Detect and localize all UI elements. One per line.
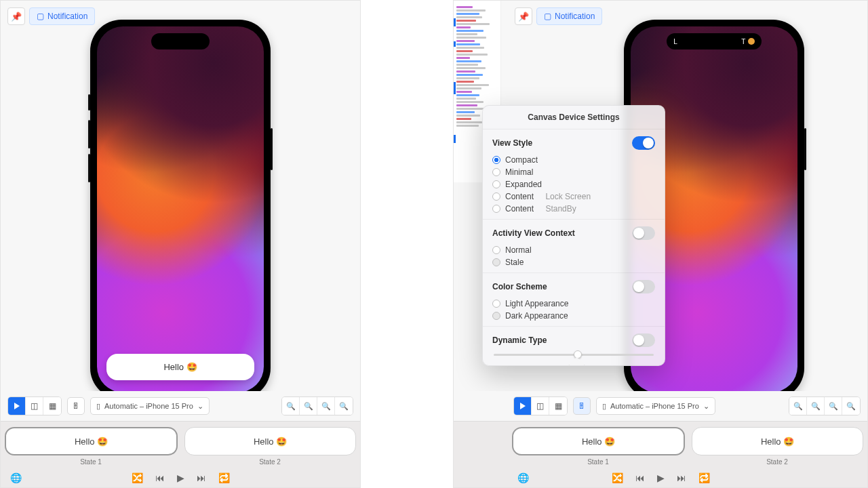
device-selector[interactable]: ▯ Automatic – iPhone 15 Pro ⌄ bbox=[90, 397, 210, 415]
sliders-icon: 🎚 bbox=[578, 401, 586, 411]
radio-icon bbox=[492, 192, 500, 201]
cursor-icon: ◫ bbox=[536, 401, 544, 411]
device-settings-button[interactable]: 🎚 bbox=[573, 397, 591, 415]
popover-title: Canvas Device Settings bbox=[483, 106, 665, 129]
zoom-out-icon: 🔍 bbox=[793, 402, 803, 411]
zoom-out-icon: 🔍 bbox=[286, 402, 296, 411]
loop-button[interactable]: 🔁 bbox=[698, 472, 710, 483]
zoom-fit-icon: 🔍 bbox=[846, 402, 856, 411]
view-style-toggle[interactable] bbox=[632, 136, 655, 150]
color-scheme-toggle[interactable] bbox=[632, 280, 655, 293]
play-button[interactable]: ▶ bbox=[657, 472, 665, 483]
selectable-button[interactable]: ◫ bbox=[26, 397, 43, 415]
radio-icon bbox=[492, 258, 500, 266]
next-button[interactable]: ⏭ bbox=[677, 472, 686, 483]
zoom-in-button[interactable]: 🔍 bbox=[825, 397, 842, 415]
pin-button[interactable]: 📌 bbox=[7, 7, 25, 25]
radio-content-lock[interactable]: Content Lock Screen bbox=[492, 190, 655, 203]
live-preview-button[interactable] bbox=[514, 397, 532, 415]
dynamic-type-title: Dynamic Type bbox=[492, 336, 547, 345]
device-screen: Hello 🤩 bbox=[97, 26, 264, 391]
cursor-icon: ◫ bbox=[31, 401, 38, 411]
zoom-fit-button[interactable]: 🔍 bbox=[335, 397, 353, 415]
device-selector[interactable]: ▯ Automatic – iPhone 15 Pro ⌄ bbox=[596, 397, 715, 415]
radio-icon bbox=[492, 180, 500, 188]
zoom-reset-icon: 🔍 bbox=[304, 402, 313, 411]
state-card-text: Hello 🤩 bbox=[761, 436, 794, 447]
state-label-2: State 2 bbox=[691, 458, 863, 466]
section-color-scheme: Color Scheme Light Appearance Dark Appea… bbox=[483, 273, 665, 327]
state-card-text: Hello 🤩 bbox=[75, 436, 108, 447]
island-trailing-icon bbox=[748, 38, 755, 45]
radio-label: Dark Appearance bbox=[505, 311, 568, 321]
radio-label: Normal bbox=[505, 245, 532, 255]
state-label-2: State 2 bbox=[184, 458, 356, 466]
dynamic-type-slider[interactable] bbox=[494, 354, 654, 356]
globe-button[interactable]: 🌐 bbox=[10, 472, 22, 483]
dynamic-type-toggle[interactable] bbox=[632, 333, 655, 347]
zoom-100-button[interactable]: 🔍 bbox=[300, 397, 317, 415]
device-selector-label: Automatic – iPhone 15 Pro bbox=[104, 402, 193, 410]
state-card-1[interactable]: Hello 🤩 bbox=[5, 427, 178, 455]
state-card-1[interactable]: Hello 🤩 bbox=[512, 427, 685, 455]
radio-content-standby[interactable]: Content StandBy bbox=[492, 203, 655, 215]
prev-button[interactable]: ⏮ bbox=[155, 472, 165, 483]
state-card-2[interactable]: Hello 🤩 bbox=[692, 427, 863, 455]
zoom-in-icon: 🔍 bbox=[829, 402, 838, 411]
live-preview-button[interactable] bbox=[8, 397, 26, 415]
radio-light[interactable]: Light Appearance bbox=[492, 298, 655, 310]
globe-button[interactable]: 🌐 bbox=[517, 472, 529, 483]
canvas-toolbar: ◫ ▦ 🎚 ▯ Automatic – iPhone 15 Pro ⌄ 🔍 🔍 … bbox=[1, 391, 360, 421]
canvas-device-settings-popover: Canvas Device Settings View Style Compac… bbox=[482, 105, 665, 366]
device-side-button bbox=[88, 94, 90, 110]
variants-button[interactable]: ▦ bbox=[549, 397, 567, 415]
play-button[interactable]: ▶ bbox=[177, 472, 184, 483]
canvas-area: Hello 🤩 bbox=[1, 1, 360, 391]
zoom-out-button[interactable]: 🔍 bbox=[282, 397, 300, 415]
zoom-100-button[interactable]: 🔍 bbox=[807, 397, 825, 415]
variants-button[interactable]: ▦ bbox=[43, 397, 61, 415]
device-side-button bbox=[271, 128, 273, 170]
device-side-button bbox=[804, 128, 806, 170]
radio-avc-normal[interactable]: Normal bbox=[492, 244, 655, 256]
pin-icon: 📌 bbox=[11, 12, 22, 22]
avc-toggle[interactable] bbox=[632, 226, 655, 240]
pin-button[interactable]: 📌 bbox=[515, 7, 532, 25]
zoom-in-button[interactable]: 🔍 bbox=[317, 397, 335, 415]
zoom-out-button[interactable]: 🔍 bbox=[789, 397, 807, 415]
radio-dark[interactable]: Dark Appearance bbox=[492, 310, 655, 322]
radio-compact[interactable]: Compact bbox=[492, 154, 655, 166]
device-settings-button[interactable]: 🎚 bbox=[67, 397, 85, 415]
radio-avc-stale[interactable]: Stale bbox=[492, 256, 655, 268]
context-tag-notification[interactable]: ▢ Notification bbox=[29, 7, 95, 25]
context-tag-notification[interactable]: ▢ Notification bbox=[536, 7, 602, 25]
radio-label: Stale bbox=[505, 258, 524, 267]
radio-minimal[interactable]: Minimal bbox=[492, 166, 655, 178]
radio-label: Content bbox=[505, 192, 534, 201]
canvas-toolbar: ◫ ▦ 🎚 ▯ Automatic – iPhone 15 Pro ⌄ 🔍 🔍 … bbox=[454, 391, 867, 421]
notification-preview: Hello 🤩 bbox=[106, 354, 254, 380]
section-dynamic-type: Dynamic Type bbox=[483, 327, 665, 365]
next-button[interactable]: ⏭ bbox=[197, 472, 206, 483]
states-strip: Hello 🤩 Hello 🤩 bbox=[1, 421, 360, 458]
slider-thumb[interactable] bbox=[574, 350, 582, 359]
selectable-button[interactable]: ◫ bbox=[532, 397, 549, 415]
radio-label: Light Appearance bbox=[505, 299, 568, 308]
preview-pane-right: 📌 ▢ Notification L T Canvas Device Setti… bbox=[453, 0, 868, 488]
preview-pane-left: 📌 ▢ Notification Hello 🤩 ◫ ▦ 🎚 bbox=[0, 0, 361, 488]
radio-expanded[interactable]: Expanded bbox=[492, 178, 655, 190]
grid-icon: ▦ bbox=[555, 401, 562, 411]
notification-icon: ▢ bbox=[544, 12, 551, 21]
radio-icon bbox=[492, 168, 500, 176]
radio-label: Compact bbox=[505, 155, 538, 165]
phone-icon: ▯ bbox=[96, 402, 100, 411]
zoom-fit-button[interactable]: 🔍 bbox=[842, 397, 860, 415]
prev-button[interactable]: ⏮ bbox=[635, 472, 645, 483]
shuffle-button[interactable]: 🔀 bbox=[132, 472, 143, 483]
dynamic-island-expanded: L T bbox=[667, 33, 762, 49]
shuffle-button[interactable]: 🔀 bbox=[612, 472, 623, 483]
phone-icon: ▯ bbox=[602, 402, 606, 411]
loop-button[interactable]: 🔁 bbox=[218, 472, 230, 483]
color-scheme-title: Color Scheme bbox=[492, 282, 547, 291]
state-card-2[interactable]: Hello 🤩 bbox=[184, 427, 356, 455]
